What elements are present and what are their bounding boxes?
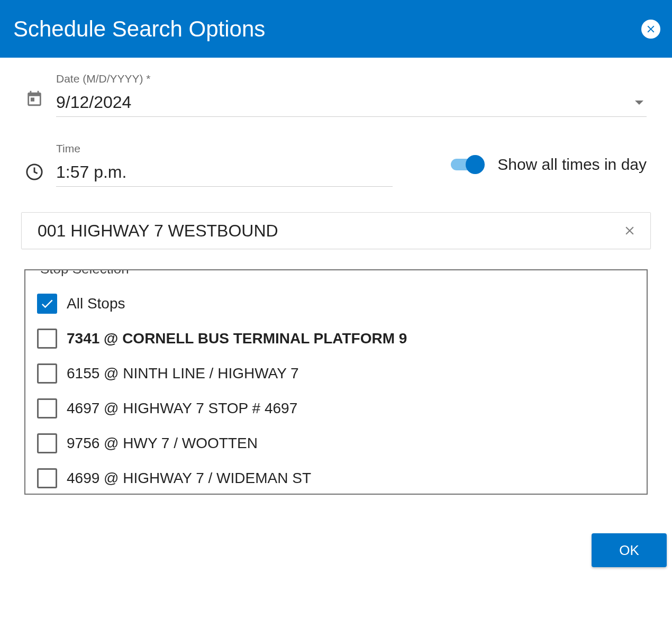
all-stops-label: All Stops <box>67 295 125 312</box>
toggle-thumb <box>466 155 485 174</box>
route-field[interactable] <box>21 212 651 249</box>
all-stops-checkbox[interactable] <box>37 294 57 314</box>
dialog-content: Date (M/D/YYYY) * Time Show all times i <box>0 58 672 495</box>
date-row: Date (M/D/YYYY) * <box>25 72 647 117</box>
dialog-title: Schedule Search Options <box>13 16 265 42</box>
stop-selection-legend: Stop Selection <box>37 269 132 277</box>
check-icon <box>40 296 55 311</box>
stop-selection-fieldset: Stop Selection All Stops 7341 @ CORNELL … <box>24 269 648 495</box>
stop-row[interactable]: 4697 @ HIGHWAY 7 STOP # 4697 <box>37 391 635 426</box>
ok-button[interactable]: OK <box>592 533 667 567</box>
close-button[interactable] <box>641 20 660 39</box>
stop-row[interactable]: 7341 @ CORNELL BUS TERMINAL PLATFORM 9 <box>37 321 635 356</box>
time-label: Time <box>56 142 393 155</box>
all-stops-row[interactable]: All Stops <box>37 286 635 321</box>
stop-row[interactable]: 4699 @ HIGHWAY 7 / WIDEMAN ST <box>37 461 635 495</box>
route-clear-button[interactable] <box>622 223 638 239</box>
calendar-icon <box>25 89 43 107</box>
dropdown-arrow-icon[interactable] <box>635 101 643 105</box>
route-input[interactable] <box>37 221 622 241</box>
stop-row[interactable]: 6155 @ NINTH LINE / HIGHWAY 7 <box>37 356 635 391</box>
dialog-header: Schedule Search Options <box>0 0 672 58</box>
show-all-times-label: Show all times in day <box>497 156 647 174</box>
date-input[interactable] <box>56 93 635 112</box>
date-label: Date (M/D/YYYY) * <box>56 72 647 85</box>
show-all-times-toggle-wrap: Show all times in day <box>451 156 647 174</box>
stop-label: 4697 @ HIGHWAY 7 STOP # 4697 <box>67 400 297 417</box>
clear-icon <box>623 224 637 238</box>
stop-checkbox[interactable] <box>37 363 57 384</box>
stop-checkbox[interactable] <box>37 468 57 488</box>
stop-label: 6155 @ NINTH LINE / HIGHWAY 7 <box>67 365 299 382</box>
time-field[interactable]: Time <box>56 142 393 187</box>
close-icon <box>645 23 657 35</box>
time-input[interactable] <box>56 162 393 182</box>
clock-icon <box>25 163 43 181</box>
stop-label: 9756 @ HWY 7 / WOOTTEN <box>67 435 258 452</box>
stop-row[interactable]: 9756 @ HWY 7 / WOOTTEN <box>37 426 635 461</box>
stop-label: 4699 @ HIGHWAY 7 / WIDEMAN ST <box>67 470 311 487</box>
stop-checkbox[interactable] <box>37 329 57 349</box>
stop-checkbox[interactable] <box>37 398 57 418</box>
show-all-times-toggle[interactable] <box>451 159 482 170</box>
time-row: Time Show all times in day <box>25 142 647 187</box>
stop-checkbox[interactable] <box>37 433 57 453</box>
stop-label: 7341 @ CORNELL BUS TERMINAL PLATFORM 9 <box>67 330 407 347</box>
date-field[interactable]: Date (M/D/YYYY) * <box>56 72 647 117</box>
